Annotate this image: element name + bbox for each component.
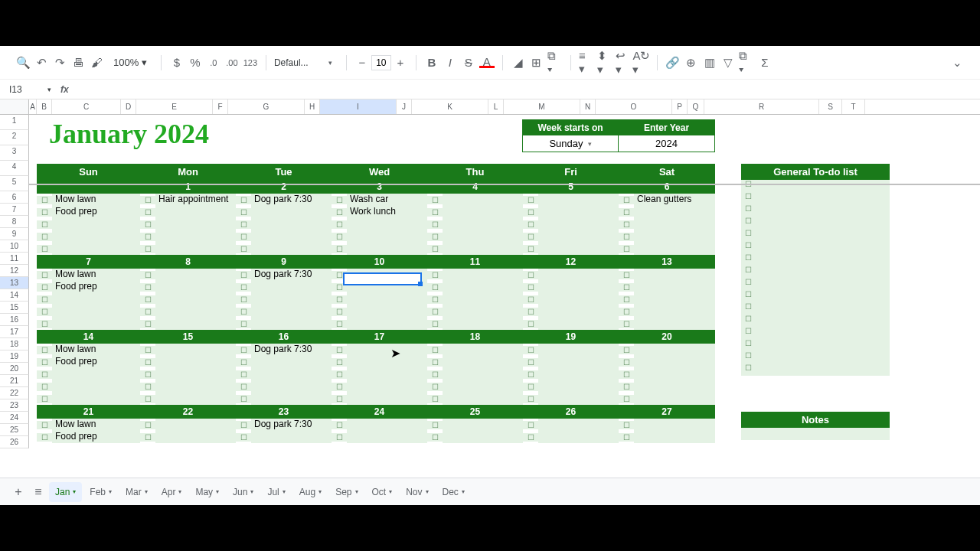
date-cell[interactable]: 2 bbox=[236, 180, 332, 194]
checkbox[interactable]: ☐ bbox=[619, 383, 634, 391]
filter-views-icon[interactable]: ⧉ ▾ bbox=[739, 55, 754, 70]
task-text[interactable]: Dog park 7:30 bbox=[251, 344, 332, 356]
checkbox[interactable]: ☐ bbox=[619, 295, 634, 304]
checkbox[interactable]: ☐ bbox=[332, 358, 347, 367]
checkbox[interactable]: ☐ bbox=[37, 308, 52, 316]
font-family-select[interactable]: Defaul... bbox=[274, 57, 320, 68]
checkbox[interactable]: ☐ bbox=[619, 233, 634, 241]
date-cell[interactable]: 23 bbox=[236, 405, 332, 419]
checkbox[interactable]: ☐ bbox=[140, 383, 155, 391]
checkbox[interactable]: ☐ bbox=[236, 233, 251, 241]
week-start-select[interactable]: Sunday bbox=[523, 135, 618, 152]
checkbox[interactable]: ☐ bbox=[523, 308, 538, 316]
task-text[interactable] bbox=[347, 318, 427, 330]
text-color-icon[interactable]: A bbox=[479, 57, 495, 68]
task-text[interactable] bbox=[538, 194, 619, 206]
task-text[interactable]: Food prep bbox=[52, 281, 140, 293]
col-header-O[interactable]: O bbox=[596, 99, 672, 114]
task-text[interactable] bbox=[347, 293, 427, 305]
task-text[interactable] bbox=[52, 305, 140, 318]
task-text[interactable] bbox=[538, 380, 619, 393]
task-text[interactable] bbox=[538, 206, 619, 218]
row-header-25[interactable]: 25 bbox=[0, 424, 29, 436]
task-text[interactable] bbox=[538, 243, 619, 255]
bold-icon[interactable]: B bbox=[424, 55, 439, 70]
task-text[interactable] bbox=[251, 431, 332, 443]
checkbox[interactable]: ☐ bbox=[619, 433, 634, 442]
todo-text[interactable] bbox=[755, 364, 890, 376]
checkbox[interactable]: ☐ bbox=[427, 370, 443, 379]
percent-icon[interactable]: % bbox=[188, 55, 203, 70]
task-text[interactable] bbox=[155, 281, 236, 293]
col-header-H[interactable]: H bbox=[305, 99, 320, 114]
checkbox[interactable]: ☐ bbox=[236, 283, 251, 292]
checkbox[interactable]: ☐ bbox=[140, 433, 155, 442]
task-text[interactable] bbox=[538, 305, 619, 318]
todo-text[interactable] bbox=[755, 217, 890, 229]
checkbox[interactable]: ☐ bbox=[140, 320, 155, 328]
date-cell[interactable]: 13 bbox=[619, 255, 715, 269]
task-text[interactable] bbox=[443, 318, 523, 330]
row-header-18[interactable]: 18 bbox=[0, 338, 29, 350]
row-header-21[interactable]: 21 bbox=[0, 375, 29, 387]
checkbox[interactable]: ☐ bbox=[523, 370, 538, 379]
checkbox[interactable]: ☐ bbox=[427, 358, 443, 367]
task-text[interactable] bbox=[443, 380, 523, 393]
checkbox[interactable]: ☐ bbox=[236, 295, 251, 304]
todo-text[interactable] bbox=[755, 253, 890, 266]
row-header-7[interactable]: 7 bbox=[0, 204, 29, 216]
checkbox[interactable]: ☐ bbox=[37, 271, 52, 279]
checkbox[interactable]: ☐ bbox=[427, 283, 443, 292]
checkbox[interactable]: ☐ bbox=[236, 308, 251, 316]
task-text[interactable] bbox=[347, 368, 427, 380]
task-text[interactable] bbox=[634, 305, 715, 318]
checkbox[interactable]: ☐ bbox=[619, 196, 634, 204]
checkbox[interactable]: ☐ bbox=[236, 320, 251, 328]
task-text[interactable]: Hair appointment bbox=[155, 194, 236, 206]
task-text[interactable] bbox=[443, 305, 523, 318]
task-text[interactable] bbox=[52, 393, 140, 405]
date-cell[interactable] bbox=[37, 180, 140, 194]
col-header-L[interactable]: L bbox=[488, 99, 504, 114]
task-text[interactable] bbox=[251, 243, 332, 255]
task-text[interactable] bbox=[634, 431, 715, 443]
sheet-tab-oct[interactable]: Oct ▾ bbox=[366, 482, 399, 502]
checkbox[interactable]: ☐ bbox=[523, 283, 538, 292]
task-text[interactable] bbox=[538, 393, 619, 405]
checkbox[interactable]: ☐ bbox=[37, 233, 52, 241]
task-text[interactable] bbox=[634, 243, 715, 255]
task-text[interactable] bbox=[634, 206, 715, 218]
col-header-S[interactable]: S bbox=[819, 99, 842, 114]
col-header-F[interactable]: F bbox=[213, 99, 228, 114]
date-cell[interactable]: 5 bbox=[523, 180, 619, 194]
checkbox[interactable]: ☐ bbox=[619, 358, 634, 367]
row-header-24[interactable]: 24 bbox=[0, 412, 29, 424]
checkbox[interactable]: ☐ bbox=[427, 271, 443, 279]
task-text[interactable] bbox=[347, 230, 427, 243]
search-icon[interactable]: 🔍 bbox=[15, 55, 31, 70]
date-cell[interactable]: 27 bbox=[619, 405, 715, 419]
task-text[interactable] bbox=[443, 230, 523, 243]
checkbox[interactable]: ☐ bbox=[523, 433, 538, 442]
checkbox[interactable]: ☐ bbox=[140, 358, 155, 367]
checkbox[interactable]: ☐ bbox=[523, 220, 538, 229]
checkbox[interactable]: ☐ bbox=[37, 283, 52, 292]
checkbox[interactable]: ☐ bbox=[37, 208, 52, 217]
task-text[interactable] bbox=[347, 243, 427, 255]
sheet-tab-feb[interactable]: Feb ▾ bbox=[83, 482, 118, 502]
sheet-tab-may[interactable]: May ▾ bbox=[189, 482, 225, 502]
italic-icon[interactable]: I bbox=[443, 55, 458, 70]
checkbox[interactable]: ☐ bbox=[332, 295, 347, 304]
increase-font-icon[interactable]: + bbox=[393, 55, 408, 70]
date-cell[interactable]: 4 bbox=[427, 180, 523, 194]
rotate-icon[interactable]: A↻ ▾ bbox=[634, 55, 649, 70]
checkbox[interactable]: ☐ bbox=[523, 196, 538, 204]
checkbox[interactable]: ☐ bbox=[37, 245, 52, 253]
task-text[interactable] bbox=[155, 243, 236, 255]
checkbox[interactable]: ☐ bbox=[523, 233, 538, 241]
col-header-B[interactable]: B bbox=[37, 99, 52, 114]
fill-color-icon[interactable]: ◢ bbox=[511, 55, 526, 70]
checkbox[interactable]: ☐ bbox=[619, 208, 634, 217]
task-text[interactable] bbox=[634, 344, 715, 356]
checkbox[interactable]: ☐ bbox=[523, 421, 538, 429]
